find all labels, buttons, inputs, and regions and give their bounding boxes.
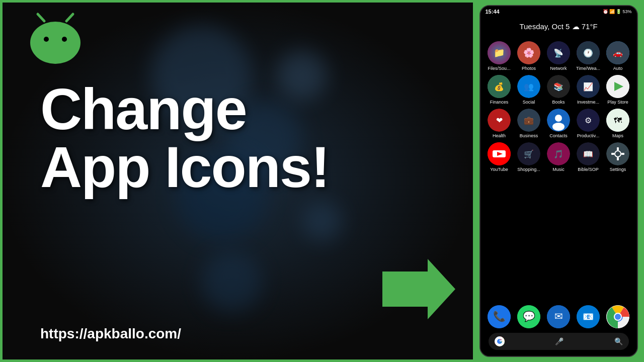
svg-text:✉: ✉: [554, 311, 563, 322]
svg-marker-5: [382, 259, 455, 319]
svg-text:📧: 📧: [583, 311, 594, 322]
app-item-phone[interactable]: 📞: [486, 305, 512, 330]
search-mic-icon: 🎤: [555, 337, 564, 345]
app-item-maps[interactable]: 🗺 Maps: [605, 109, 631, 138]
svg-text:🎵: 🎵: [553, 149, 564, 159]
android-logo: [25, 10, 86, 65]
app-item-social[interactable]: 👥 Social: [516, 75, 542, 105]
app-label-contacts: Contacts: [545, 133, 572, 138]
app-icon-auto: 🚗: [606, 41, 629, 64]
status-time: 15:44: [486, 9, 500, 15]
svg-point-47: [615, 151, 621, 157]
app-label-health: Health: [486, 133, 512, 138]
app-icon-playstore: [606, 75, 629, 98]
app-icon-finances: 💰: [488, 75, 511, 98]
signal-icon: 📶: [609, 9, 615, 14]
app-item-youtube[interactable]: YouTube: [486, 142, 512, 172]
app-icon-phone: 📞: [488, 305, 511, 328]
app-icon-outlook: 📧: [577, 305, 600, 328]
app-icon-whatsapp: 💬: [517, 305, 540, 328]
app-item-books[interactable]: 📚 Books: [545, 75, 572, 105]
google-g-icon: G: [495, 336, 505, 346]
svg-text:📖: 📖: [583, 149, 593, 159]
app-icon-contacts: [547, 109, 570, 132]
app-label-investments: Investme...: [575, 100, 601, 105]
app-icon-chrome: [606, 305, 629, 328]
app-item-shopping[interactable]: 🛒 Shopping...: [516, 142, 542, 172]
svg-text:💬: 💬: [523, 310, 535, 322]
app-label-youtube: YouTube: [486, 167, 512, 172]
app-label-social: Social: [516, 100, 542, 105]
app-icon-books: 📚: [547, 75, 570, 98]
search-bar[interactable]: G 🎤 🔍: [489, 333, 629, 350]
app-item-settings[interactable]: Settings: [605, 142, 631, 172]
app-icon-files: 📁: [488, 41, 511, 64]
app-label-settings: Settings: [605, 167, 631, 172]
battery-percent: 53%: [622, 9, 631, 14]
app-label-network: Network: [545, 66, 572, 71]
app-row-4: YouTube 🛒 Shopping... 🎵 Music: [485, 142, 633, 172]
app-item-files[interactable]: 📁 Files/Sou...: [486, 41, 512, 71]
app-item-productivity[interactable]: ⚙ Productiv...: [575, 109, 601, 138]
app-icon-timeweather: 🕐: [577, 41, 600, 64]
app-item-messages[interactable]: ✉: [545, 305, 572, 330]
app-label-auto: Auto: [605, 66, 631, 71]
left-area: Change App Icons! https://apkballo.com/: [0, 0, 473, 362]
status-bar: 15:44 ⏰ 📶 🔋 53%: [480, 6, 637, 17]
app-icon-business: 💼: [517, 109, 540, 132]
app-icon-maps: 🗺: [606, 109, 629, 132]
app-label-files: Files/Sou...: [486, 66, 512, 71]
svg-point-31: [555, 115, 562, 122]
svg-text:🛒: 🛒: [524, 149, 534, 159]
app-item-bible[interactable]: 📖 Bible/SOP: [575, 142, 601, 172]
app-icon-shopping: 🛒: [517, 142, 540, 165]
app-item-contacts[interactable]: Contacts: [545, 109, 572, 138]
app-item-playstore[interactable]: Play Store: [605, 75, 631, 105]
app-item-finances[interactable]: 💰 Finances: [486, 75, 512, 105]
app-item-network[interactable]: 📡 Network: [545, 41, 572, 71]
title-text: Change App Icons!: [40, 80, 329, 196]
app-icon-productivity: ⚙: [577, 109, 600, 132]
app-icon-health: ❤: [488, 109, 511, 132]
app-label-finances: Finances: [486, 100, 512, 105]
app-label-maps: Maps: [605, 133, 631, 138]
dock-row: 📞 💬 ✉ 📧: [485, 305, 633, 330]
app-icon-bible: 📖: [577, 142, 600, 165]
green-arrow: [377, 256, 458, 322]
svg-text:📡: 📡: [553, 48, 564, 58]
app-label-timeweather: Time/Wea...: [575, 66, 601, 71]
app-icon-social: 👥: [517, 75, 540, 98]
svg-rect-50: [621, 153, 624, 155]
svg-text:💰: 💰: [494, 82, 504, 92]
clock-icon: ⏰: [603, 9, 608, 14]
app-item-outlook[interactable]: 📧: [575, 305, 601, 330]
svg-point-4: [62, 37, 67, 42]
svg-text:🗺: 🗺: [614, 116, 622, 125]
app-item-auto[interactable]: 🚗 Auto: [605, 41, 631, 71]
app-item-music[interactable]: 🎵 Music: [545, 142, 572, 172]
app-label-photos: Photos: [516, 66, 542, 71]
app-icon-photos: 🌸: [517, 41, 540, 64]
svg-text:📁: 📁: [494, 47, 505, 58]
app-item-business[interactable]: 💼 Business: [516, 109, 542, 138]
svg-text:📈: 📈: [583, 82, 593, 92]
app-item-investments[interactable]: 📈 Investme...: [575, 75, 601, 105]
title-line2: App Icons!: [40, 135, 329, 199]
app-item-photos[interactable]: 🌸 Photos: [516, 41, 542, 71]
app-item-timeweather[interactable]: 🕐 Time/Wea...: [575, 41, 601, 71]
app-icon-settings: [606, 142, 629, 165]
app-item-health[interactable]: ❤ Health: [486, 109, 512, 138]
url-text: https://apkballo.com/: [40, 326, 181, 342]
svg-text:🌸: 🌸: [523, 47, 535, 58]
app-item-whatsapp[interactable]: 💬: [516, 305, 542, 330]
svg-point-32: [552, 123, 565, 131]
app-label-playstore: Play Store: [605, 100, 631, 105]
svg-point-63: [615, 314, 621, 320]
main-container: Change App Icons! https://apkballo.com/ …: [0, 0, 644, 362]
app-label-productivity: Productiv...: [575, 133, 601, 138]
svg-text:🕐: 🕐: [583, 48, 593, 58]
dock-area: 📞 💬 ✉ 📧: [480, 303, 637, 356]
app-item-chrome[interactable]: [605, 305, 631, 330]
app-grid: 📁 Files/Sou... 🌸 Photos 📡: [480, 39, 637, 303]
title-line1: Change: [40, 77, 247, 141]
